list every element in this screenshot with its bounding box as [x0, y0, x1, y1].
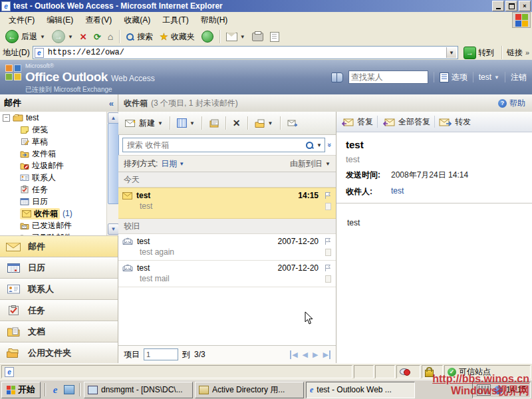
check-messages-button[interactable]	[206, 117, 221, 130]
restore-button[interactable]	[505, 1, 517, 11]
stop-button[interactable]: ✕	[77, 29, 90, 45]
unread-count-badge: (1)	[63, 209, 72, 218]
folder-sent[interactable]: 已发送邮件	[0, 219, 106, 231]
nav-documents[interactable]: 文档	[0, 321, 118, 342]
category-box[interactable]	[325, 203, 331, 210]
home-button[interactable]: ⌂	[105, 29, 116, 45]
folder-calendar[interactable]: 日历	[0, 196, 106, 207]
folder-drafts[interactable]: 草稿	[0, 136, 106, 148]
reply-all-button[interactable]: 全部答复	[382, 116, 430, 128]
arrange-value[interactable]: 日期	[161, 158, 177, 170]
nav-calendar[interactable]: 日历	[0, 257, 118, 278]
menu-view[interactable]: 查看(V)	[79, 13, 118, 28]
folder-outbox[interactable]: 发件箱	[0, 148, 106, 160]
move-dropdown-icon[interactable]: ▼	[268, 120, 273, 126]
window-titlebar[interactable]: e test - Outlook Web Access - Microsoft …	[0, 0, 532, 12]
quicklaunch-ie-icon[interactable]: e	[49, 384, 61, 396]
folder-notes[interactable]: 便笺	[0, 124, 106, 136]
options-button[interactable]: 选项	[440, 72, 467, 83]
prev-page-icon[interactable]: ◀	[303, 350, 308, 359]
menu-help[interactable]: 帮助(H)	[195, 13, 234, 28]
edit-button[interactable]	[267, 29, 282, 45]
help-link[interactable]: ? 帮助	[498, 98, 532, 109]
move-button[interactable]: ▼	[252, 117, 276, 130]
search-button[interactable]: 搜索	[123, 29, 156, 45]
forward-list-button[interactable]	[285, 117, 301, 130]
nav-tasks[interactable]: 任务	[0, 299, 118, 321]
folder-tasks[interactable]: 任务	[0, 184, 106, 196]
tree-root[interactable]: − test	[0, 112, 106, 124]
mail-button[interactable]: ▼	[223, 29, 248, 45]
last-page-icon[interactable]: ▶	[323, 350, 331, 359]
collapse-pane-icon[interactable]: «	[109, 98, 114, 108]
next-page-icon[interactable]: ▶	[313, 350, 318, 359]
nav-public-folders[interactable]: 公用文件夹	[0, 342, 118, 363]
print-button[interactable]	[249, 29, 266, 45]
go-button[interactable]: → 转到	[461, 46, 497, 59]
view-dropdown-icon[interactable]: ▼	[190, 120, 195, 126]
delete-button[interactable]: ✕	[230, 116, 243, 130]
message-row-selected[interactable]: test 14:15 test	[118, 188, 336, 219]
flag-icon[interactable]	[324, 264, 332, 272]
category-box[interactable]	[325, 249, 331, 256]
menu-tools[interactable]: 工具(T)	[156, 13, 194, 28]
scroll-up-icon[interactable]: ▲	[108, 112, 119, 124]
tasks-nav-icon	[8, 305, 19, 315]
nav-mail[interactable]: 邮件	[0, 235, 118, 257]
find-someone-input[interactable]	[349, 71, 432, 83]
folder-contacts[interactable]: 联系人	[0, 172, 106, 184]
links-chevron-icon[interactable]: »	[525, 49, 529, 57]
nav-contacts[interactable]: 联系人	[0, 278, 118, 299]
favorites-button[interactable]: ★ 收藏夹	[157, 29, 198, 45]
new-dropdown-icon[interactable]: ▼	[158, 120, 163, 126]
reply-button[interactable]: 答复	[342, 116, 373, 128]
to-value[interactable]: test	[391, 186, 404, 198]
menu-favorites[interactable]: 收藏(A)	[118, 13, 156, 28]
quicklaunch-desktop-icon[interactable]	[63, 384, 75, 396]
sort-order-button[interactable]: 由新到旧 ▼	[290, 158, 331, 170]
search-inbox-input[interactable]	[126, 140, 303, 150]
task-owa[interactable]: e test - Outlook Web ...	[306, 382, 415, 398]
refresh-button[interactable]: ⟳	[91, 29, 104, 45]
start-button[interactable]: 开始	[1, 382, 41, 398]
flag-icon[interactable]	[324, 237, 332, 245]
expand-search-icon[interactable]: »	[326, 143, 334, 147]
category-box[interactable]	[325, 275, 331, 283]
menu-file[interactable]: 文件(F)	[3, 13, 41, 28]
scroll-down-icon[interactable]: ▼	[108, 223, 119, 235]
scroll-thumb[interactable]	[108, 123, 119, 204]
status-privacy-cell[interactable]	[396, 365, 420, 378]
flag-icon[interactable]	[324, 192, 332, 200]
close-button[interactable]: ×	[519, 1, 531, 11]
forward-dropdown-icon[interactable]: ▼	[68, 34, 73, 40]
forward-button-reading[interactable]: 转发	[439, 116, 471, 128]
address-input[interactable]	[47, 47, 444, 58]
tree-scrollbar[interactable]: ▲ ▼	[106, 112, 118, 235]
pager-current-input[interactable]	[144, 348, 178, 360]
user-menu[interactable]: test ▼	[479, 72, 499, 82]
back-dropdown-icon[interactable]: ▼	[40, 34, 45, 40]
view-button[interactable]: ▼	[174, 116, 198, 130]
minimize-button[interactable]	[492, 1, 504, 11]
tree-expander-icon[interactable]: −	[3, 114, 10, 122]
mail-dropdown-icon[interactable]: ▼	[240, 34, 245, 40]
new-message-button[interactable]: 新建 ▼	[122, 116, 166, 131]
search-magnifier-icon[interactable]	[305, 141, 314, 150]
search-dropdown-icon[interactable]: ▼	[317, 142, 322, 148]
history-button[interactable]	[199, 29, 216, 45]
message-row[interactable]: test 2007-12-20 test mail	[118, 261, 336, 287]
back-button[interactable]: ← 后退 ▼	[3, 29, 48, 45]
task-active-directory[interactable]: Active Directory 用...	[195, 382, 304, 398]
message-row[interactable]: test 2007-12-20 test again	[118, 234, 336, 261]
folder-inbox[interactable]: 收件箱 (1)	[0, 207, 106, 219]
links-label[interactable]: 链接	[507, 47, 523, 59]
message-preview: test mail	[140, 274, 332, 283]
task-dnsmgmt[interactable]: dnsmgmt - [DNS\DC\...	[84, 382, 193, 398]
first-page-icon[interactable]: ◀	[290, 350, 297, 359]
menu-edit[interactable]: 编辑(E)	[41, 13, 79, 28]
folder-junk[interactable]: 垃圾邮件	[0, 160, 106, 172]
forward-button[interactable]: → ▼	[49, 29, 76, 45]
signout-button[interactable]: 注销	[511, 72, 527, 83]
arrange-dropdown-icon[interactable]: ▼	[179, 161, 184, 167]
address-dropdown-icon[interactable]: ▼	[446, 47, 456, 58]
